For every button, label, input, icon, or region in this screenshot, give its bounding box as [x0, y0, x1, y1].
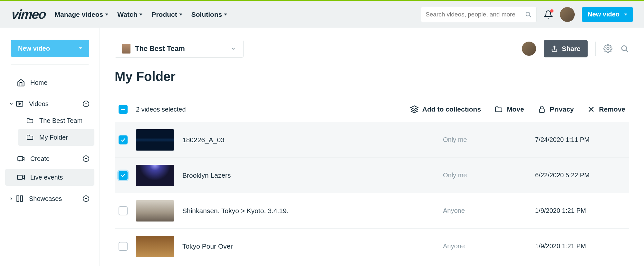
chevron-right-icon [9, 196, 14, 201]
add-icon[interactable] [82, 100, 90, 108]
sidebar-folder-my-folder[interactable]: My Folder [18, 129, 94, 146]
svg-marker-11 [22, 176, 24, 179]
caret-down-icon [105, 14, 108, 15]
page-title: My Folder [115, 69, 629, 84]
video-title[interactable]: Shinkansen. Tokyo > Kyoto. 3.4.19. [182, 207, 435, 215]
video-row[interactable]: Shinkansen. Tokyo > Kyoto. 3.4.19. Anyon… [115, 193, 629, 228]
row-checkbox[interactable] [119, 242, 128, 251]
video-title[interactable]: Tokyo Pour Over [182, 242, 435, 250]
sidebar-item-label: Create [30, 155, 50, 163]
video-privacy: Anyone [443, 207, 527, 214]
folder-icon [26, 133, 34, 142]
videos-icon [15, 100, 24, 108]
video-date: 1/9/2020 1:21 PM [535, 207, 625, 214]
video-row[interactable]: Brooklyn Lazers Only me 6/22/2020 5:22 P… [115, 157, 629, 193]
sidebar: New video Home Videos [0, 28, 100, 266]
chevron-down-icon [230, 46, 236, 52]
video-row[interactable]: 180226_A_03 Only me 7/24/2020 1:11 PM [115, 122, 629, 157]
sidebar-item-label: Videos [29, 100, 49, 108]
sidebar-item-create[interactable]: Create [5, 150, 94, 167]
video-date: 6/22/2020 5:22 PM [535, 172, 625, 179]
svg-point-0 [526, 12, 530, 16]
svg-point-18 [607, 48, 609, 50]
sidebar-item-label: Showcases [29, 195, 62, 202]
sidebar-item-live-events[interactable]: Live events [5, 169, 94, 186]
nav-watch[interactable]: Watch [117, 11, 142, 18]
video-date: 1/9/2020 1:21 PM [535, 242, 625, 250]
video-thumbnail[interactable] [136, 200, 174, 222]
create-icon [17, 154, 25, 163]
folder-toolbar: The Best Team Share [115, 40, 629, 58]
vimeo-logo[interactable]: vimeo [12, 7, 46, 22]
select-all-checkbox[interactable] [119, 105, 128, 114]
svg-marker-21 [411, 106, 418, 109]
svg-rect-12 [17, 196, 19, 201]
action-move[interactable]: Move [495, 105, 524, 113]
video-thumbnail[interactable] [136, 165, 174, 186]
home-icon [17, 78, 25, 87]
nav-manage-videos[interactable]: Manage videos [55, 11, 109, 18]
chevron-down-icon [9, 102, 14, 106]
sidebar-item-videos[interactable]: Videos [5, 95, 94, 112]
svg-marker-3 [19, 103, 21, 105]
new-video-sidebar-button[interactable]: New video [11, 40, 89, 57]
svg-rect-13 [20, 196, 22, 201]
sidebar-folder-best-team[interactable]: The Best Team [18, 112, 94, 129]
team-name: The Best Team [135, 44, 226, 53]
video-privacy: Anyone [443, 242, 527, 250]
notifications-button[interactable] [544, 10, 553, 19]
gear-icon[interactable] [603, 44, 612, 53]
collections-icon [410, 105, 418, 113]
share-button[interactable]: Share [544, 40, 588, 57]
action-privacy[interactable]: Privacy [538, 105, 574, 113]
primary-nav: Manage videos Watch Product Solutions [55, 11, 227, 18]
team-picker[interactable]: The Best Team [115, 40, 244, 58]
live-icon [17, 173, 25, 182]
sidebar-item-label: Home [30, 79, 47, 86]
video-privacy: Only me [443, 136, 527, 143]
sidebar-item-label: The Best Team [39, 117, 82, 124]
svg-line-1 [529, 15, 531, 17]
action-remove[interactable]: Remove [587, 105, 625, 113]
sidebar-item-label: Live events [30, 174, 63, 181]
folder-icon [495, 105, 503, 113]
global-header: vimeo Manage videos Watch Product Soluti… [0, 1, 644, 28]
svg-rect-22 [539, 109, 544, 113]
add-icon[interactable] [82, 195, 90, 202]
svg-rect-10 [17, 175, 22, 180]
new-video-header-button[interactable]: New video [582, 7, 633, 22]
team-avatar-icon [122, 44, 130, 54]
svg-point-19 [622, 46, 627, 51]
divider [595, 42, 596, 56]
action-add-to-collections[interactable]: Add to collections [410, 105, 481, 113]
selection-bar: 2 videos selected Add to collections Mov… [115, 99, 629, 120]
row-checkbox[interactable] [119, 206, 128, 215]
video-privacy: Only me [443, 172, 527, 179]
main-content: The Best Team Share My Folder 2 [100, 28, 644, 266]
search-input[interactable] [426, 11, 525, 18]
nav-product[interactable]: Product [151, 11, 182, 18]
sidebar-item-home[interactable]: Home [5, 74, 94, 91]
lock-icon [538, 105, 546, 113]
folder-icon [26, 116, 34, 125]
caret-down-icon [139, 14, 142, 15]
video-row[interactable]: Tokyo Pour Over Anyone 1/9/2020 1:21 PM [115, 228, 629, 264]
member-avatar[interactable] [522, 42, 536, 56]
caret-down-icon [79, 47, 82, 49]
sidebar-item-label: My Folder [39, 134, 68, 141]
sidebar-item-showcases[interactable]: Showcases [5, 190, 94, 207]
nav-solutions[interactable]: Solutions [191, 11, 227, 18]
row-checkbox[interactable] [119, 135, 128, 144]
row-checkbox[interactable] [119, 171, 128, 180]
video-date: 7/24/2020 1:11 PM [535, 136, 625, 143]
video-title[interactable]: Brooklyn Lazers [182, 172, 435, 179]
search-icon[interactable] [620, 44, 629, 53]
video-title[interactable]: 180226_A_03 [182, 136, 435, 144]
search-icon [525, 11, 532, 18]
search-box[interactable] [421, 7, 537, 22]
video-thumbnail[interactable] [136, 236, 174, 257]
user-avatar[interactable] [560, 7, 575, 22]
add-icon[interactable] [82, 155, 90, 163]
selection-count: 2 videos selected [136, 106, 186, 113]
video-thumbnail[interactable] [136, 129, 174, 151]
